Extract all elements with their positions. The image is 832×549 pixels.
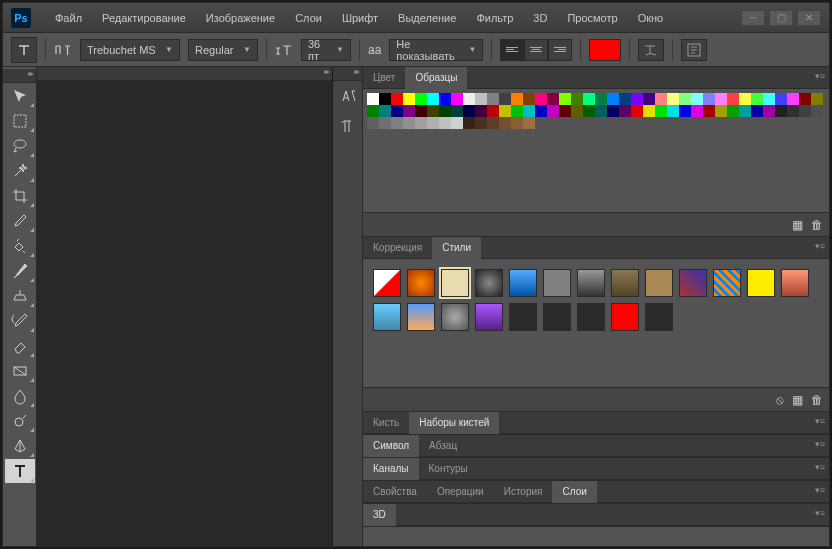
color-swatch[interactable] bbox=[547, 93, 559, 105]
panel-menu-icon[interactable]: ▾≡ bbox=[815, 485, 825, 495]
panel-menu-icon[interactable]: ▾≡ bbox=[815, 462, 825, 472]
color-swatch[interactable] bbox=[391, 117, 403, 129]
pen-tool[interactable] bbox=[5, 434, 35, 458]
color-swatch[interactable] bbox=[763, 93, 775, 105]
tab-paragraph[interactable]: Абзац bbox=[419, 435, 467, 457]
type-tool[interactable] bbox=[5, 459, 35, 483]
menu-Шрифт[interactable]: Шрифт bbox=[334, 8, 386, 28]
color-swatch[interactable] bbox=[487, 105, 499, 117]
color-swatch[interactable] bbox=[427, 117, 439, 129]
color-swatch[interactable] bbox=[403, 117, 415, 129]
color-swatch[interactable] bbox=[739, 105, 751, 117]
color-swatch[interactable] bbox=[487, 117, 499, 129]
tab-history[interactable]: История bbox=[494, 481, 553, 503]
color-swatch[interactable] bbox=[655, 105, 667, 117]
color-swatch[interactable] bbox=[703, 93, 715, 105]
delete-style-icon[interactable]: 🗑 bbox=[811, 393, 823, 407]
color-swatch[interactable] bbox=[559, 93, 571, 105]
color-swatch[interactable] bbox=[571, 93, 583, 105]
text-orientation-icon[interactable] bbox=[54, 41, 72, 59]
color-swatch[interactable] bbox=[655, 93, 667, 105]
style-preset[interactable] bbox=[373, 269, 401, 297]
maximize-button[interactable]: ▢ bbox=[769, 10, 793, 26]
font-size-dropdown[interactable]: 36 пт ▼ bbox=[301, 39, 351, 61]
color-swatch[interactable] bbox=[439, 105, 451, 117]
color-swatch[interactable] bbox=[367, 93, 379, 105]
color-swatch[interactable] bbox=[619, 93, 631, 105]
tab-3d[interactable]: 3D bbox=[363, 504, 396, 526]
color-swatch[interactable] bbox=[463, 117, 475, 129]
color-swatch[interactable] bbox=[403, 105, 415, 117]
color-swatch[interactable] bbox=[451, 93, 463, 105]
color-swatch[interactable] bbox=[595, 93, 607, 105]
dodge-tool[interactable] bbox=[5, 409, 35, 433]
move-tool[interactable] bbox=[5, 84, 35, 108]
color-swatch[interactable] bbox=[415, 117, 427, 129]
color-swatch[interactable] bbox=[607, 105, 619, 117]
color-swatch[interactable] bbox=[415, 105, 427, 117]
color-swatch[interactable] bbox=[679, 93, 691, 105]
color-swatch[interactable] bbox=[415, 93, 427, 105]
tab-paths[interactable]: Контуры bbox=[419, 458, 478, 480]
crop-tool[interactable] bbox=[5, 184, 35, 208]
panel-menu-icon[interactable]: ▾≡ bbox=[815, 508, 825, 518]
tab-channels[interactable]: Каналы bbox=[363, 458, 419, 480]
color-swatch[interactable] bbox=[559, 105, 571, 117]
stamp-tool[interactable] bbox=[5, 284, 35, 308]
style-preset[interactable] bbox=[509, 303, 537, 331]
align-left-button[interactable] bbox=[500, 39, 524, 61]
eraser-tool[interactable] bbox=[5, 334, 35, 358]
color-swatch[interactable] bbox=[379, 93, 391, 105]
color-swatch[interactable] bbox=[703, 105, 715, 117]
style-preset[interactable] bbox=[441, 303, 469, 331]
healing-brush-tool[interactable] bbox=[5, 234, 35, 258]
color-swatch[interactable] bbox=[475, 117, 487, 129]
delete-swatch-icon[interactable]: 🗑 bbox=[811, 218, 823, 232]
style-preset[interactable] bbox=[747, 269, 775, 297]
color-swatch[interactable] bbox=[511, 117, 523, 129]
style-preset[interactable] bbox=[679, 269, 707, 297]
color-swatch[interactable] bbox=[391, 93, 403, 105]
paragraph-dock-icon[interactable] bbox=[335, 113, 361, 139]
color-swatch[interactable] bbox=[643, 105, 655, 117]
color-swatch[interactable] bbox=[583, 93, 595, 105]
color-swatch[interactable] bbox=[811, 105, 823, 117]
color-swatch[interactable] bbox=[631, 105, 643, 117]
color-swatch[interactable] bbox=[439, 93, 451, 105]
color-swatch[interactable] bbox=[787, 105, 799, 117]
style-preset[interactable] bbox=[373, 303, 401, 331]
color-swatch[interactable] bbox=[775, 105, 787, 117]
style-preset[interactable] bbox=[577, 269, 605, 297]
color-swatch[interactable] bbox=[523, 93, 535, 105]
color-swatch[interactable] bbox=[811, 93, 823, 105]
panel-menu-icon[interactable]: ▾≡ bbox=[815, 241, 825, 251]
color-swatch[interactable] bbox=[463, 105, 475, 117]
color-swatch[interactable] bbox=[607, 93, 619, 105]
style-preset[interactable] bbox=[611, 269, 639, 297]
color-swatch[interactable] bbox=[451, 105, 463, 117]
style-preset[interactable] bbox=[475, 269, 503, 297]
color-swatch[interactable] bbox=[715, 93, 727, 105]
style-preset[interactable] bbox=[611, 303, 639, 331]
active-tool-indicator[interactable] bbox=[11, 37, 37, 63]
color-swatch[interactable] bbox=[727, 93, 739, 105]
align-right-button[interactable] bbox=[548, 39, 572, 61]
menu-Окно[interactable]: Окно bbox=[630, 8, 672, 28]
color-swatch[interactable] bbox=[427, 93, 439, 105]
antialias-dropdown[interactable]: Не показывать ▼ bbox=[389, 39, 483, 61]
style-preset[interactable] bbox=[407, 303, 435, 331]
font-style-dropdown[interactable]: Regular ▼ bbox=[188, 39, 258, 61]
style-preset[interactable] bbox=[645, 303, 673, 331]
color-swatch[interactable] bbox=[547, 105, 559, 117]
toolbox-collapse-strip[interactable] bbox=[3, 69, 36, 83]
style-preset[interactable] bbox=[441, 269, 469, 297]
panel-menu-icon[interactable]: ▾≡ bbox=[815, 71, 825, 81]
color-swatch[interactable] bbox=[799, 105, 811, 117]
dock-collapse-strip[interactable] bbox=[333, 67, 362, 81]
blur-tool[interactable] bbox=[5, 384, 35, 408]
color-swatch[interactable] bbox=[379, 117, 391, 129]
menu-Слои[interactable]: Слои bbox=[287, 8, 330, 28]
tab-adjustments[interactable]: Коррекция bbox=[363, 237, 432, 259]
color-swatch[interactable] bbox=[475, 105, 487, 117]
color-swatch[interactable] bbox=[379, 105, 391, 117]
